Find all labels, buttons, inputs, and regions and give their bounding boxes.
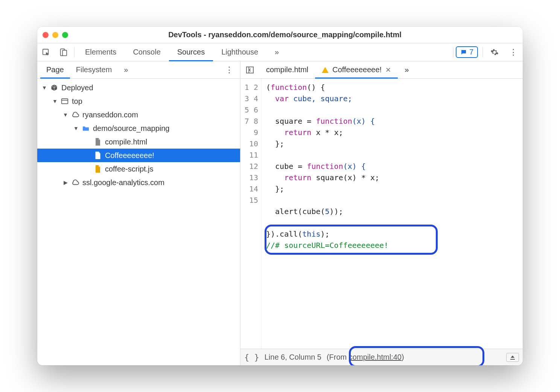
source-origin: (From compile.html:40) <box>327 353 404 362</box>
cursor-position: Line 6, Column 5 <box>265 353 321 362</box>
file-tree: ▼ Deployed ▼ top ▼ <box>37 79 240 365</box>
navigator-panel: Page Filesystem » ⋮ ▼ Deployed ▼ <box>37 61 240 365</box>
minimize-window-button[interactable] <box>52 32 58 38</box>
caret-down-icon: ▼ <box>63 112 68 118</box>
package-icon <box>50 84 58 91</box>
nav-more-icon[interactable]: ⋮ <box>221 65 237 75</box>
file-tab-label: compile.html <box>266 65 308 74</box>
tree-file-coffeescript[interactable]: coffee-script.js <box>37 162 240 176</box>
devtools-window: DevTools - ryanseddon.com/demo/source_ma… <box>37 27 523 365</box>
file-tabs-overflow[interactable]: » <box>398 61 415 78</box>
divider <box>482 47 483 58</box>
tabs-overflow-button[interactable]: » <box>266 43 287 61</box>
code-editor[interactable]: 1 2 3 4 5 6 7 8 9 10 11 12 13 14 15 (fun… <box>240 79 523 349</box>
tree-node-domain[interactable]: ▼ ryanseddon.com <box>37 108 240 122</box>
source-link[interactable]: compile.html:40 <box>349 353 402 361</box>
editor-panel: compile.html Coffeeeeeeee! ✕ » 1 2 3 4 5… <box>240 61 523 365</box>
status-bar: { } Line 6, Column 5 (From compile.html:… <box>240 349 523 365</box>
file-tab-coffee[interactable]: Coffeeeeeeee! ✕ <box>315 61 398 78</box>
show-drawer-icon[interactable] <box>506 353 519 362</box>
tab-console[interactable]: Console <box>125 43 169 61</box>
tree-label: top <box>72 97 82 106</box>
tree-label: ryanseddon.com <box>82 111 138 119</box>
zoom-window-button[interactable] <box>62 32 68 38</box>
issues-count: 7 <box>469 48 473 56</box>
js-file-icon <box>94 165 102 173</box>
tab-sources[interactable]: Sources <box>169 43 213 61</box>
titlebar: DevTools - ryanseddon.com/demo/source_ma… <box>37 27 523 43</box>
tree-label: coffee-script.js <box>105 165 154 173</box>
tab-elements[interactable]: Elements <box>77 43 125 61</box>
svg-rect-3 <box>62 99 68 103</box>
nav-tabs-overflow[interactable]: » <box>118 61 134 78</box>
close-window-button[interactable] <box>43 32 49 38</box>
divider <box>453 47 453 58</box>
device-toolbar-icon[interactable] <box>55 43 72 61</box>
nav-tab-page[interactable]: Page <box>40 61 70 78</box>
tree-node-top[interactable]: ▼ top <box>37 94 240 108</box>
caret-down-icon: ▼ <box>52 98 58 104</box>
pretty-print-icon[interactable]: { } <box>244 352 259 362</box>
panel-tabs: Elements Console Sources Lighthouse » <box>77 43 287 61</box>
toggle-navigator-icon[interactable] <box>240 66 259 74</box>
svg-rect-2 <box>62 50 67 56</box>
issues-badge[interactable]: 7 <box>456 46 478 58</box>
window-title: DevTools - ryanseddon.com/demo/source_ma… <box>75 30 517 39</box>
tree-file-compile[interactable]: compile.html <box>37 135 240 149</box>
frame-icon <box>61 98 69 105</box>
cloud-icon <box>71 179 79 185</box>
code-content[interactable]: (function() { var cube, square; square =… <box>262 79 523 349</box>
close-tab-icon[interactable]: ✕ <box>385 66 391 74</box>
tree-node-analytics[interactable]: ▶ ssl.google-analytics.com <box>37 176 240 189</box>
nav-tab-filesystem[interactable]: Filesystem <box>70 61 118 78</box>
tree-label: Coffeeeeeeee! <box>105 151 154 160</box>
tree-label: ssl.google-analytics.com <box>82 178 164 187</box>
devtools-toolbar: Elements Console Sources Lighthouse » 7 … <box>37 43 523 61</box>
tree-label: Deployed <box>61 84 93 92</box>
caret-down-icon: ▼ <box>73 125 79 131</box>
tab-lighthouse[interactable]: Lighthouse <box>213 43 266 61</box>
inspect-element-icon[interactable] <box>37 43 55 61</box>
folder-icon <box>82 125 90 131</box>
traffic-lights <box>43 32 68 38</box>
caret-right-icon: ▶ <box>63 179 68 185</box>
tree-file-coffee[interactable]: Coffeeeeeeee! <box>37 149 240 162</box>
svg-rect-5 <box>247 67 253 73</box>
warning-icon <box>322 67 329 73</box>
tree-label: demo/source_mapping <box>93 124 169 133</box>
navigator-tabs: Page Filesystem » ⋮ <box>37 61 240 79</box>
file-tab-compile[interactable]: compile.html <box>259 61 315 78</box>
cloud-icon <box>71 112 79 118</box>
divider <box>74 47 75 58</box>
settings-icon[interactable] <box>485 48 504 56</box>
tree-node-deployed[interactable]: ▼ Deployed <box>37 81 240 94</box>
more-menu-icon[interactable]: ⋮ <box>504 47 523 57</box>
caret-down-icon: ▼ <box>42 85 47 91</box>
file-tab-label: Coffeeeeeeee! <box>332 65 382 74</box>
line-gutter: 1 2 3 4 5 6 7 8 9 10 11 12 13 14 15 <box>240 79 262 349</box>
tree-node-folder[interactable]: ▼ demo/source_mapping <box>37 122 240 135</box>
file-icon <box>94 138 102 146</box>
file-icon <box>94 152 102 159</box>
editor-tabs: compile.html Coffeeeeeeee! ✕ » <box>240 61 523 79</box>
tree-label: compile.html <box>105 138 147 146</box>
